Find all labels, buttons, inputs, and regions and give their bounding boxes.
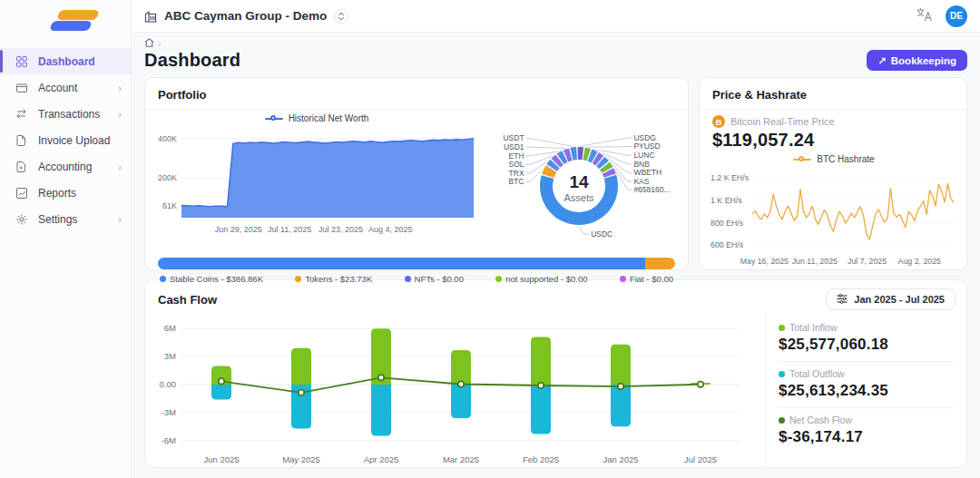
svg-text:USDG: USDG (633, 133, 656, 142)
logo-blue-bar (49, 21, 93, 31)
svg-text:14: 14 (569, 172, 589, 191)
price-card-title: Price & Hashrate (712, 88, 807, 102)
svg-text:BTC: BTC (509, 177, 524, 186)
logo-orange-bar (56, 10, 100, 20)
svg-text:Apr 2025: Apr 2025 (364, 454, 399, 464)
transfer-arrows-icon (15, 108, 27, 120)
svg-text:KAS: KAS (633, 177, 649, 186)
svg-text:1 K EH/s: 1 K EH/s (710, 196, 742, 205)
svg-text:Aug 4, 2025: Aug 4, 2025 (368, 225, 413, 234)
portfolio-card: Portfolio Historical Net Worth 400K200K6… (144, 77, 689, 270)
networth-legend-marker (265, 118, 283, 120)
sidebar: Dashboard › Account › Transactions › Inv… (0, 0, 132, 478)
svg-text:USDT: USDT (503, 133, 524, 142)
total-inflow-value: $25,577,060.18 (779, 336, 954, 354)
svg-text:SOL: SOL (509, 160, 524, 169)
allocation-segment-tokens[interactable] (645, 258, 675, 269)
allocation-segment-stable-coins[interactable] (158, 258, 645, 269)
networth-area-chart[interactable]: 400K200K61KJun 29, 2025Jul 11, 2025Jul 2… (152, 125, 481, 239)
bitcoin-price-label: Bitcoin Real-Time Price (730, 116, 835, 127)
org-selector[interactable]: ABC Cayman Group - Demo (144, 9, 348, 24)
svg-text:3M: 3M (164, 351, 176, 361)
svg-text:0.00: 0.00 (160, 379, 177, 389)
hashrate-legend-label: BTC Hashrate (817, 154, 874, 164)
svg-text:61K: 61K (162, 201, 177, 210)
networth-legend[interactable]: Historical Net Worth (152, 112, 481, 125)
main-content: › Dashboard ↗ Bookkeeping Portfolio Hist… (132, 33, 980, 478)
svg-text:#658160...: #658160... (633, 185, 670, 194)
bookkeeping-button-label: Bookkeeping (891, 55, 956, 66)
svg-text:BNB: BNB (633, 160, 650, 169)
svg-text:TRX: TRX (509, 169, 524, 178)
sidebar-item-label: Dashboard (38, 55, 95, 68)
svg-text:LUNC: LUNC (633, 151, 654, 160)
hashrate-line-chart[interactable]: 1.2 K EH/s1 K EH/s800 EH/s600 EH/sMay 16… (709, 166, 959, 273)
sidebar-item-dashboard[interactable]: Dashboard › (0, 48, 131, 74)
svg-text:400K: 400K (158, 134, 177, 143)
svg-text:USD1: USD1 (504, 142, 524, 151)
sidebar-item-settings[interactable]: Settings › (0, 206, 131, 232)
bookkeeping-button[interactable]: ↗ Bookkeeping (867, 50, 967, 71)
svg-text:ETH: ETH (509, 151, 524, 161)
page-title: Dashboard (144, 50, 240, 71)
sidebar-nav: Dashboard › Account › Transactions › Inv… (0, 48, 131, 232)
cashflow-card: Cash Flow Jan 2025 - Jul 2025 6M3M0.00-3… (144, 279, 967, 468)
topbar: ABC Cayman Group - Demo DE (132, 0, 980, 33)
cashflow-card-title: Cash Flow (158, 293, 217, 307)
price-hashrate-card: Price & Hashrate B Bitcoin Real-Time Pri… (699, 77, 967, 270)
gear-icon (15, 213, 27, 225)
svg-text:-6M: -6M (162, 435, 176, 445)
svg-text:Jan 2025: Jan 2025 (603, 454, 638, 464)
cashflow-bar-chart[interactable]: 6M3M0.00-3M-6MJun 2025May 2025Apr 2025Ma… (151, 312, 750, 468)
sliders-filter-icon (837, 294, 848, 306)
bitcoin-icon: B (712, 115, 725, 128)
total-outflow-stat: Total Outflow $25,613,234.35 (779, 361, 954, 407)
sidebar-item-invoice-upload[interactable]: Invoice Upload › (0, 127, 131, 153)
svg-text:1.2 K EH/s: 1.2 K EH/s (710, 173, 750, 182)
chevron-right-icon: › (118, 161, 122, 172)
sidebar-item-label: Accounting (38, 161, 92, 173)
svg-text:Assets: Assets (564, 192, 594, 203)
bitcoin-price-value: $119,057.24 (712, 130, 954, 151)
chevron-right-icon: › (118, 83, 122, 93)
svg-text:200K: 200K (158, 173, 177, 182)
breadcrumb: › (144, 38, 967, 49)
portfolio-card-title: Portfolio (158, 88, 206, 102)
svg-text:800 EH/s: 800 EH/s (710, 219, 744, 228)
svg-text:Jul 7, 2025: Jul 7, 2025 (848, 257, 887, 266)
hashrate-chart-area: BTC Hashrate 1.2 K EH/s1 K EH/s800 EH/s6… (700, 151, 966, 277)
hashrate-legend[interactable]: BTC Hashrate (709, 152, 959, 166)
sidebar-item-label: Reports (38, 187, 76, 200)
sidebar-item-account[interactable]: Account › (0, 74, 131, 101)
assets-donut-chart[interactable]: USDCUSDTUSD1ETHSOLTRXBTCUSDGPYUSDLUNCBNB… (483, 112, 679, 255)
org-select-caret-icon[interactable] (334, 9, 348, 24)
document-icon (15, 134, 27, 146)
svg-text:Jun 11, 2025: Jun 11, 2025 (792, 257, 838, 266)
cashflow-date-range: Jan 2025 - Jul 2025 (854, 294, 945, 305)
sidebar-item-transactions[interactable]: Transactions › (0, 101, 131, 127)
user-avatar[interactable]: DE (946, 5, 967, 27)
translate-icon[interactable] (916, 7, 933, 25)
svg-text:Jul 2025: Jul 2025 (684, 454, 717, 464)
svg-text:600 EH/s: 600 EH/s (710, 240, 744, 249)
sidebar-item-accounting[interactable]: Accounting › (0, 153, 131, 180)
sidebar-item-label: Transactions (38, 108, 100, 121)
total-outflow-label: Total Outflow (789, 368, 845, 379)
svg-text:PYUSD: PYUSD (633, 141, 660, 151)
svg-text:Jul 11, 2025: Jul 11, 2025 (268, 225, 311, 234)
svg-text:WBETH: WBETH (633, 168, 662, 177)
svg-text:Jul 23, 2025: Jul 23, 2025 (318, 225, 363, 234)
sidebar-item-label: Invoice Upload (38, 134, 110, 147)
report-icon (15, 187, 27, 199)
cashflow-date-filter-button[interactable]: Jan 2025 - Jul 2025 (826, 288, 956, 310)
sidebar-item-label: Settings (38, 213, 77, 226)
svg-text:May 2025: May 2025 (282, 454, 320, 464)
sidebar-item-reports[interactable]: Reports › (0, 180, 131, 206)
home-icon[interactable] (144, 38, 154, 49)
wallet-icon (15, 82, 27, 93)
organization-icon (144, 10, 157, 23)
breadcrumb-separator: › (158, 39, 161, 49)
svg-text:Jun 2025: Jun 2025 (203, 454, 239, 464)
allocation-bar[interactable] (158, 258, 675, 269)
chevron-right-icon: › (118, 214, 122, 225)
